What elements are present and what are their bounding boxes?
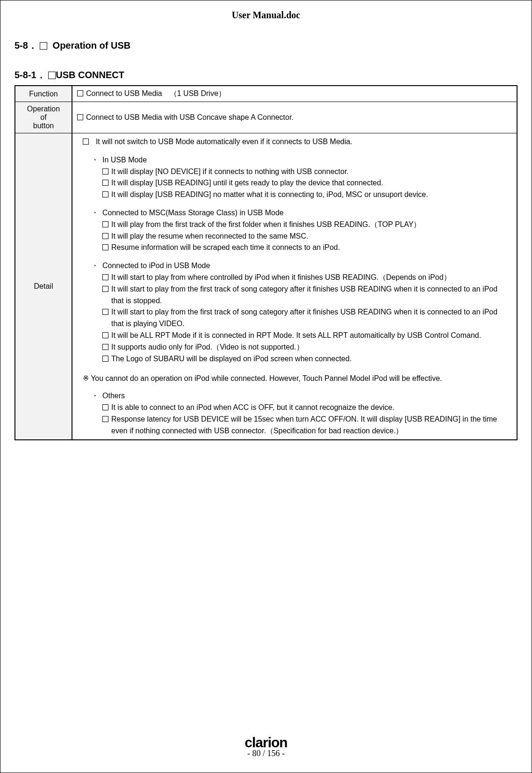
bullet-icon: ・ xyxy=(91,207,102,219)
subsection-number: 5-8-1． xyxy=(14,70,46,80)
detail-item-text: The Logo of SUBARU will be displayed on … xyxy=(111,353,352,365)
detail-item: It will start to play from the first tra… xyxy=(102,306,509,330)
bullet-icon: ・ xyxy=(91,260,102,272)
detail-item-text: It is able to connect to an iPod when AC… xyxy=(111,402,395,414)
bullet-icon: ・ xyxy=(91,390,102,402)
page-number: - 80 / 156 - xyxy=(0,749,532,758)
checkbox-icon xyxy=(77,90,83,96)
page-footer: clarion - 80 / 156 - xyxy=(0,735,532,758)
spec-table: Function Connect to USB Media （1 USB Dri… xyxy=(14,85,518,440)
checkbox-icon xyxy=(48,72,56,79)
detail-group-heading: ・ Others xyxy=(91,390,512,402)
detail-item: It is able to connect to an iPod when AC… xyxy=(102,402,509,414)
checkbox-icon xyxy=(102,344,108,350)
section-title: Operation of USB xyxy=(53,40,131,51)
detail-intro: It will not switch to USB Mode automatic… xyxy=(96,138,352,146)
row-label-function: Function xyxy=(15,86,72,102)
section-number: 5-8． xyxy=(14,40,37,51)
detail-item-text: It will start to play from the first tra… xyxy=(111,306,509,330)
detail-item: It will display [USB READING] until it g… xyxy=(102,177,509,189)
section-heading: 5-8． Operation of USB xyxy=(14,39,518,52)
checkbox-icon xyxy=(102,356,108,362)
detail-item-text: Response latency for USB DEVICE will be … xyxy=(111,414,509,437)
detail-item-text: It will display [USB READING] no matter … xyxy=(111,189,428,201)
group-title: Connected to MSC(Mass Storage Class) in … xyxy=(102,207,284,219)
checkbox-icon xyxy=(83,139,89,145)
detail-item: It will display [NO DEVICE] if it connec… xyxy=(102,166,509,178)
document-title: User Manual.doc xyxy=(14,10,518,21)
detail-item-text: It will play from the first track of the… xyxy=(111,219,421,231)
detail-item: It will play from the first track of the… xyxy=(102,219,509,231)
detail-item-text: It will start to play from the first tra… xyxy=(111,284,509,307)
detail-item: The Logo of SUBARU will be displayed on … xyxy=(102,353,509,365)
group-title: Others xyxy=(102,390,125,402)
detail-item: Resume information will be scraped each … xyxy=(102,242,509,254)
operation-label-line1: Operation xyxy=(27,105,60,113)
detail-group-heading: ・ Connected to MSC(Mass Storage Class) i… xyxy=(91,207,512,219)
checkbox-icon xyxy=(102,180,108,186)
checkbox-icon xyxy=(77,114,83,120)
group-title: In USB Mode xyxy=(102,154,147,166)
operation-label-line3: button xyxy=(33,122,54,130)
checkbox-icon xyxy=(102,244,108,250)
detail-item: It will be ALL RPT Mode if it is connect… xyxy=(102,330,509,342)
checkbox-icon xyxy=(102,191,108,197)
operation-label-line2: of xyxy=(40,113,46,121)
row-label-detail: Detail xyxy=(15,133,72,440)
row-label-operation: Operation of button xyxy=(15,102,72,133)
checkbox-icon xyxy=(102,233,108,239)
detail-item-text: It will be ALL RPT Mode if it is connect… xyxy=(111,330,481,342)
document-page: User Manual.doc 5-8． Operation of USB 5-… xyxy=(0,0,532,773)
row-value-detail: It will not switch to USB Mode automatic… xyxy=(72,133,517,440)
checkbox-icon xyxy=(102,416,108,422)
subsection-title: USB CONNECT xyxy=(56,70,124,80)
row-value-operation: Connect to USB Media with USB Concave sh… xyxy=(72,102,517,133)
detail-item-text: It will display [NO DEVICE] if it connec… xyxy=(111,166,349,178)
detail-item: It will play the resume when reconnected… xyxy=(102,231,509,242)
checkbox-icon xyxy=(102,221,108,227)
detail-item: It will display [USB READING] no matter … xyxy=(102,189,509,201)
detail-group-heading: ・ Connected to iPod in USB Mode xyxy=(91,260,512,272)
detail-item: It will start to play from where control… xyxy=(102,272,509,284)
checkbox-icon xyxy=(102,309,108,315)
checkbox-icon xyxy=(102,404,108,410)
detail-item-text: It will start to play from where control… xyxy=(111,272,451,284)
subsection-heading: 5-8-1． USB CONNECT xyxy=(14,69,518,81)
checkbox-icon xyxy=(102,286,108,292)
checkbox-icon xyxy=(102,168,108,175)
detail-item-text: It supports audio only for iPod.（Video i… xyxy=(111,342,304,353)
detail-item-text: It will display [USB READING] until it g… xyxy=(111,177,383,189)
checkbox-icon xyxy=(40,42,47,50)
detail-item-text: Resume information will be scraped each … xyxy=(111,242,340,254)
operation-text: Connect to USB Media with USB Concave sh… xyxy=(86,113,294,121)
group-title: Connected to iPod in USB Mode xyxy=(102,260,210,272)
detail-group-heading: ・ In USB Mode xyxy=(91,154,512,166)
bullet-icon: ・ xyxy=(91,154,102,166)
checkbox-icon xyxy=(102,274,108,280)
detail-item-text: It will play the resume when reconnected… xyxy=(111,231,309,242)
brand-logo: clarion xyxy=(0,735,532,751)
detail-item: Response latency for USB DEVICE will be … xyxy=(102,414,509,437)
function-text: Connect to USB Media （1 USB Drive） xyxy=(86,89,226,97)
row-value-function: Connect to USB Media （1 USB Drive） xyxy=(72,86,517,102)
detail-item: It supports audio only for iPod.（Video i… xyxy=(102,342,509,353)
checkbox-icon xyxy=(102,332,108,338)
detail-note: ※ You cannot do an operation on iPod whi… xyxy=(83,373,512,385)
detail-item: It will start to play from the first tra… xyxy=(102,284,509,307)
